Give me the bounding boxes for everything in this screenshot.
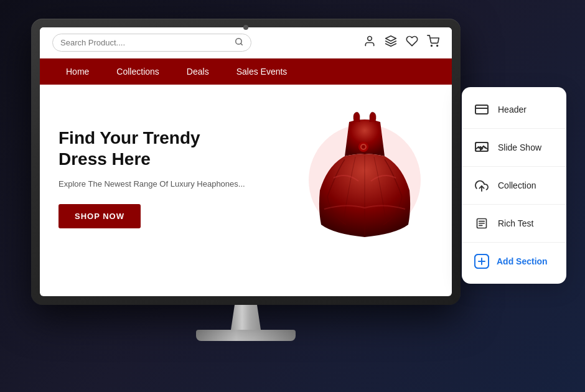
cart-icon[interactable] [427, 35, 439, 50]
nav-item-deals[interactable]: Deals [173, 58, 223, 85]
svg-rect-9 [475, 105, 488, 114]
slideshow-panel-icon [473, 139, 490, 156]
add-section-icon [473, 253, 490, 270]
shop-now-button[interactable]: SHOP NOW [58, 204, 141, 228]
collection-panel-icon [473, 177, 490, 194]
divider-3 [462, 204, 566, 205]
panel-item-header[interactable]: Header [462, 93, 566, 126]
monitor: Home Collections Deals Sales Events Find… [31, 19, 461, 342]
site-header [40, 27, 452, 58]
layers-icon[interactable] [385, 35, 397, 50]
nav-item-home[interactable]: Home [52, 58, 103, 85]
svg-point-8 [362, 145, 365, 149]
header-icons [363, 35, 439, 50]
monitor-stand-neck [227, 305, 264, 330]
panel-item-collection[interactable]: Collection [462, 169, 566, 202]
panel-item-slideshow[interactable]: Slide Show [462, 131, 566, 164]
search-bar[interactable] [52, 34, 251, 52]
add-section-label: Add Section [497, 256, 548, 266]
nav-item-collections[interactable]: Collections [103, 58, 172, 85]
monitor-screen: Home Collections Deals Sales Events Find… [40, 27, 452, 296]
svg-point-2 [368, 37, 372, 41]
search-icon [235, 37, 243, 48]
divider-2 [462, 166, 566, 167]
panel-collection-label: Collection [498, 180, 536, 190]
hero-section: Find Your Trendy Dress Here Explore The … [40, 85, 452, 265]
panel-richtest-label: Rich Test [498, 218, 533, 228]
scene: Home Collections Deals Sales Events Find… [0, 0, 585, 392]
header-panel-icon [473, 101, 490, 118]
svg-point-4 [431, 45, 433, 47]
monitor-bezel: Home Collections Deals Sales Events Find… [31, 19, 461, 305]
dress-illustration [315, 110, 414, 246]
panel-item-richtest[interactable]: Rich Test [462, 207, 566, 240]
heart-icon[interactable] [406, 35, 418, 50]
richtest-panel-icon [473, 215, 490, 232]
svg-marker-3 [386, 36, 396, 41]
right-panel: Header Slide Show [462, 87, 566, 284]
svg-line-1 [241, 44, 243, 45]
svg-point-5 [437, 45, 438, 47]
hero-image-area [296, 103, 433, 253]
search-input[interactable] [60, 38, 235, 47]
site-nav: Home Collections Deals Sales Events [40, 58, 452, 85]
divider-4 [462, 242, 566, 243]
add-section-button[interactable]: Add Section [462, 245, 566, 278]
panel-slideshow-label: Slide Show [498, 142, 541, 152]
panel-header-label: Header [498, 105, 526, 114]
hero-text: Find Your Trendy Dress Here Explore The … [58, 128, 296, 228]
user-icon[interactable] [363, 35, 376, 50]
divider-1 [462, 128, 566, 129]
monitor-stand-base [196, 330, 296, 341]
hero-title: Find Your Trendy Dress Here [58, 128, 296, 169]
hero-description: Explore The Newest Range Of Luxury Heaph… [58, 178, 296, 190]
nav-item-sales-events[interactable]: Sales Events [223, 58, 301, 85]
